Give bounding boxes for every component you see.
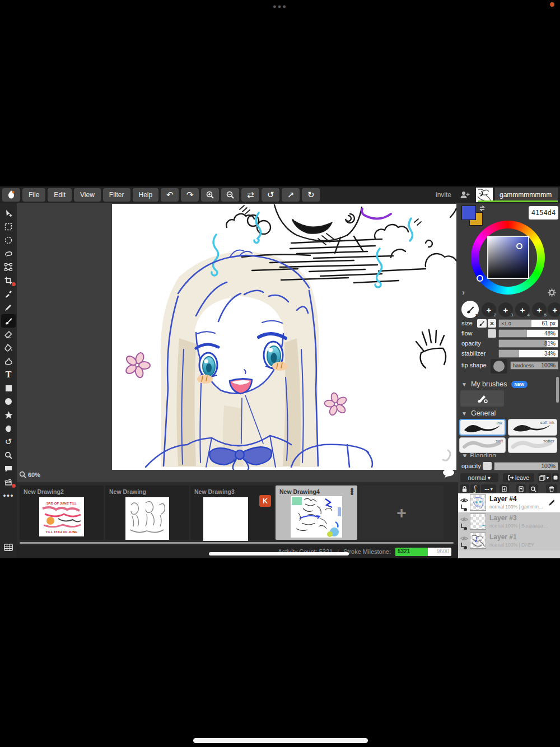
smudge-tool[interactable]	[1, 354, 16, 368]
tip-shape-preview[interactable]	[491, 359, 507, 374]
ellipse-shape-tool[interactable]	[1, 395, 16, 408]
crop-tool[interactable]	[1, 274, 16, 287]
layer-user-visibility-icon[interactable]	[460, 541, 468, 552]
app-logo-button[interactable]	[2, 188, 20, 202]
drawing-canvas[interactable]	[112, 204, 456, 470]
canvas-zoom-indicator[interactable]: 60%	[19, 471, 40, 478]
rect-select-tool[interactable]	[1, 220, 16, 234]
layer-row-1[interactable]: Layer #1 normal 100% | DAEY	[458, 531, 560, 550]
primary-color-swatch[interactable]	[461, 206, 476, 220]
brush-tool[interactable]	[1, 314, 16, 328]
flatten-button[interactable]	[516, 484, 526, 493]
eraser-tool[interactable]	[1, 328, 16, 341]
delete-layer-button[interactable]	[546, 484, 557, 493]
menu-help[interactable]: Help	[133, 188, 159, 202]
my-brush-tile[interactable]	[460, 390, 504, 407]
brush-slot-4[interactable]: +4	[515, 302, 530, 317]
username-box[interactable]: gammmmmmmm	[495, 188, 558, 202]
opacity-slider[interactable]: 81%	[498, 339, 558, 348]
blend-mode-dropdown[interactable]: normal ▾	[460, 473, 498, 482]
color-settings-gear-icon[interactable]	[548, 288, 556, 299]
hand-tool[interactable]	[1, 422, 16, 435]
clipping-mask-button[interactable]: ʃ	[470, 484, 480, 493]
chat-bubble-button[interactable]	[442, 469, 455, 480]
preset-soft[interactable]: soft	[459, 437, 506, 453]
layer-search-button[interactable]	[529, 484, 538, 493]
new-drawing-button[interactable]: +	[360, 485, 444, 540]
zoom-in-button[interactable]	[201, 188, 219, 202]
clipped-section-header[interactable]: ▼ Blending	[461, 452, 496, 457]
general-header[interactable]: ▼ General	[461, 409, 496, 417]
undo-button[interactable]: ↶	[161, 188, 179, 202]
text-tool[interactable]: T	[1, 368, 16, 381]
flow-slider[interactable]: 48%	[498, 329, 558, 338]
menu-filter[interactable]: Filter	[103, 188, 130, 202]
move-tool[interactable]	[1, 207, 16, 220]
pencil-tool[interactable]	[1, 301, 16, 314]
lasso-select-tool[interactable]	[1, 247, 16, 260]
flip-canvas-button[interactable]: ⇄	[241, 188, 259, 202]
transform-tool[interactable]	[1, 260, 16, 274]
edit-layer-pencil-icon[interactable]	[548, 498, 556, 508]
preset-ink[interactable]: ink	[459, 419, 506, 436]
tabs-scrollbar[interactable]	[20, 542, 454, 544]
rectangle-shape-tool[interactable]	[1, 381, 16, 395]
invite-user-button[interactable]	[456, 188, 474, 202]
layer-opacity-slider[interactable]: 100%	[494, 462, 558, 470]
timelapse-tool[interactable]	[1, 475, 16, 489]
brush-slot-5[interactable]: +5	[532, 302, 547, 317]
redo-button[interactable]: ↷	[181, 188, 199, 202]
reset-rotation-button[interactable]: ↻	[302, 188, 320, 202]
brush-slot-3[interactable]: +3	[498, 302, 513, 317]
layer-more-button[interactable]: ••• ▾	[481, 484, 496, 493]
zoom-out-button[interactable]	[221, 188, 239, 202]
star-shape-tool[interactable]	[1, 408, 16, 422]
tab-new-drawing[interactable]: New Drawing	[105, 485, 189, 540]
flow-pressure-toggle[interactable]	[488, 329, 496, 338]
menu-file[interactable]: File	[22, 188, 45, 202]
eyedropper-tool[interactable]	[1, 287, 16, 301]
menu-view[interactable]: View	[74, 188, 101, 202]
chat-tool[interactable]	[1, 462, 16, 475]
rotate-view-tool[interactable]: ↺	[1, 435, 16, 449]
multitask-dots[interactable]: ●●●	[0, 3, 560, 10]
hardness-slider[interactable]: hardness 100%	[510, 361, 558, 370]
hex-color-input[interactable]: 4154d4	[529, 206, 558, 220]
preset-softer[interactable]: softer	[508, 437, 557, 453]
size-slider[interactable]: ×1.0 61 px	[498, 319, 558, 328]
size-reset-button[interactable]: ✕	[488, 319, 496, 328]
collapse-panel-chevron[interactable]: ›	[462, 287, 465, 297]
ellipse-select-tool[interactable]	[1, 234, 16, 247]
fit-screen-button[interactable]: ↗	[282, 188, 300, 202]
duplicate-layer-button[interactable]: ▼	[538, 473, 551, 482]
tab-options-button[interactable]: ●●●	[350, 488, 354, 494]
sv-selector[interactable]	[516, 243, 522, 249]
tab-new-drawing4-active[interactable]: New Drawing4 ●●●	[276, 485, 357, 540]
brush-slot-1-active[interactable]: 1	[461, 301, 479, 318]
home-indicator[interactable]	[193, 738, 368, 743]
layer-opacity-checkbox[interactable]	[483, 462, 492, 470]
rotate-ccw-button[interactable]: ↺	[262, 188, 279, 202]
hue-ring-selector[interactable]	[477, 275, 483, 282]
more-tools-button[interactable]: ●●●	[1, 489, 16, 502]
my-brushes-header[interactable]: ▼ My brushes NEW	[461, 380, 528, 388]
preset-soft-ink[interactable]: soft ink	[508, 419, 557, 436]
tab-new-drawing2[interactable]: New Drawing2 3RD OF JUNE TILL TILL 15TH …	[20, 485, 104, 540]
layer-row-3[interactable]: Layer #3 normal 100% | Seaaaaaa…	[458, 512, 560, 531]
menu-edit[interactable]: Edit	[48, 188, 72, 202]
tab-new-drawing3[interactable]: New Drawing3 K	[190, 485, 274, 540]
merge-down-button[interactable]	[500, 484, 509, 493]
stabilizer-slider[interactable]: 34%	[498, 349, 558, 358]
zoom-tool[interactable]	[1, 449, 16, 462]
lock-layer-button[interactable]	[460, 484, 469, 493]
saturation-value-square[interactable]	[487, 236, 529, 279]
home-indicator-overlay[interactable]	[209, 552, 349, 555]
brush-slot-6[interactable]: +6	[548, 302, 560, 317]
size-brush-toggle[interactable]	[477, 319, 487, 328]
layer-row-4[interactable]: Layer #4 normal 100% | gammm…	[458, 493, 560, 512]
panel-extra-button[interactable]	[552, 473, 559, 482]
brush-slot-2[interactable]: +2	[482, 302, 496, 317]
animation-timeline-button[interactable]	[1, 540, 16, 554]
swap-colors-icon[interactable]	[478, 204, 486, 214]
fill-tool[interactable]	[1, 341, 16, 354]
